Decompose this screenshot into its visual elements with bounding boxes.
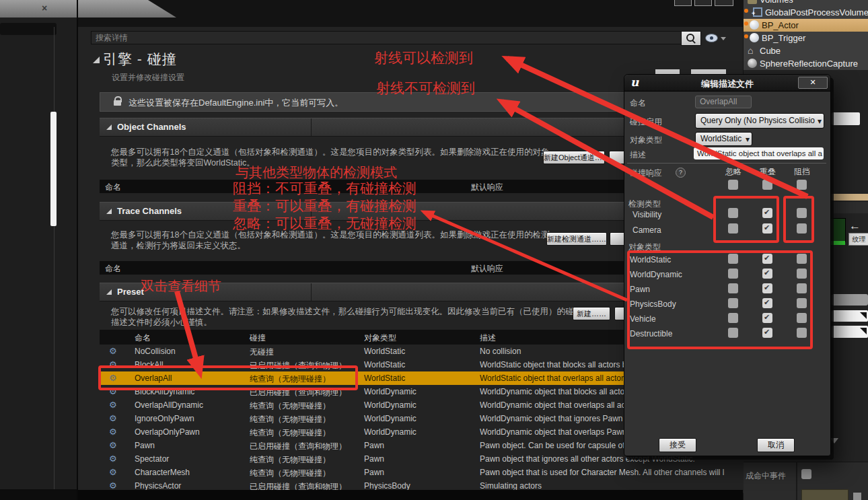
bp-icon (750, 20, 759, 30)
back-arrow-icon[interactable] (849, 219, 861, 233)
gear-icon (109, 373, 117, 383)
response-checkbox[interactable] (797, 269, 807, 279)
detail-field[interactable] (832, 310, 868, 322)
modified-dot-icon (744, 9, 748, 13)
material-preview[interactable] (830, 219, 845, 242)
section-collapse-icon[interactable] (106, 209, 112, 214)
cell: PhysicsActor (135, 481, 246, 491)
outliner-item[interactable]: Volumes (744, 0, 868, 6)
response-checkbox[interactable] (728, 313, 738, 323)
hit-event-checkbox[interactable] (801, 469, 811, 479)
tab-close-icon[interactable]: × (42, 3, 47, 13)
outliner-item-label: Volumes (760, 0, 793, 5)
response-checkbox[interactable] (797, 283, 807, 293)
detail-button[interactable] (832, 294, 868, 306)
eye-pupil (710, 36, 713, 40)
new-trace-channel-button[interactable]: 新建检测通道…… (546, 232, 607, 246)
response-checkbox[interactable] (728, 254, 738, 264)
object-row-label: Vehicle (630, 314, 656, 324)
search-icon[interactable] (681, 31, 701, 46)
response-checkbox[interactable] (728, 223, 738, 234)
small-button[interactable] (853, 493, 861, 500)
visibility-eye-icon[interactable] (705, 34, 718, 42)
outliner-item[interactable]: BP_Trigger (744, 32, 868, 44)
cell: WorldDynamic (364, 427, 477, 437)
column-splitter[interactable] (311, 118, 312, 136)
folder-icon (748, 0, 757, 4)
info-text: 这些设置被保存在DefaultEngine.ini中，它当前可写入。 (129, 97, 343, 109)
cell: WorldStatic (364, 373, 477, 383)
response-checkbox[interactable] (762, 298, 772, 308)
response-checkbox[interactable] (797, 254, 807, 264)
response-checkbox[interactable] (762, 254, 772, 264)
new-object-channel-button[interactable]: 新建Object通道…… (543, 151, 605, 164)
section-title: Trace Channels (117, 206, 182, 216)
thumbnail-box[interactable] (801, 489, 848, 500)
texture-chip[interactable]: 纹理 (848, 233, 868, 246)
response-checkbox[interactable] (762, 223, 772, 234)
outliner-item[interactable]: BP_Actor (744, 19, 868, 32)
response-checkbox[interactable] (762, 313, 772, 323)
cell: BlockAllDynamic (135, 387, 246, 396)
response-checkbox[interactable] (728, 283, 738, 293)
cell: Simulating actors (480, 481, 742, 491)
cell: Pawn (364, 454, 477, 464)
left-sidebar (0, 17, 77, 500)
response-checkbox[interactable] (728, 269, 738, 279)
detail-row (832, 202, 868, 213)
cell: 纯查询（无物理碰撞） (250, 400, 361, 412)
response-checkbox[interactable] (762, 328, 772, 338)
search-input[interactable]: 搜索详情 (91, 31, 685, 44)
response-checkbox[interactable] (728, 180, 738, 190)
scrollbar-track (54, 27, 55, 500)
detail-field[interactable] (832, 326, 868, 338)
close-window-button[interactable] (715, 0, 733, 6)
volume-icon (753, 7, 762, 17)
response-checkbox[interactable] (762, 180, 772, 190)
response-checkbox[interactable] (762, 283, 772, 293)
response-checkbox[interactable] (797, 180, 807, 190)
response-checkbox[interactable] (797, 313, 807, 323)
cell: OverlapAll (135, 373, 246, 383)
detail-input-field[interactable] (832, 112, 860, 125)
outliner-item-label: BP_Trigger (762, 33, 805, 43)
response-checkbox[interactable] (728, 328, 738, 338)
maximize-button[interactable] (694, 0, 712, 6)
new-preset-button[interactable]: 新建…… (573, 307, 610, 320)
section-collapse-icon[interactable] (106, 289, 112, 295)
outliner-item-label: BP_Actor (762, 20, 799, 30)
response-checkbox[interactable] (762, 208, 772, 218)
response-checkbox[interactable] (797, 328, 807, 338)
cell: 已启用碰撞（查询和物理） (250, 441, 361, 452)
expander-triangle-icon[interactable] (830, 438, 838, 443)
column-splitter[interactable] (311, 283, 312, 301)
partial-button[interactable] (610, 232, 625, 246)
response-checkbox[interactable] (762, 269, 772, 279)
accept-button[interactable]: 接受 (659, 438, 696, 452)
collapse-triangle-icon[interactable] (93, 57, 100, 63)
response-checkbox[interactable] (728, 208, 738, 218)
floating-window-tab[interactable] (0, 0, 176, 17)
response-checkbox[interactable] (797, 208, 807, 218)
cell: Pawn (364, 468, 477, 477)
cell: WorldDynamic (364, 414, 477, 423)
scrollbar-thumb[interactable] (50, 112, 57, 226)
gear-icon (109, 359, 117, 369)
preset-table-row[interactable]: CharacterMesh纯查询（无物理碰撞）PawnPawn object t… (100, 466, 744, 480)
outliner-item-label: GlobalPostProcessVolume (765, 7, 868, 17)
outliner-item[interactable]: SphereReflectionCapture (744, 57, 868, 70)
response-checkbox[interactable] (728, 298, 738, 308)
section-collapse-icon[interactable] (106, 124, 112, 130)
response-checkbox[interactable] (797, 223, 807, 234)
gear-icon (109, 386, 117, 396)
chevron-down-icon[interactable] (721, 37, 726, 40)
response-checkbox[interactable] (797, 298, 807, 308)
minimize-button[interactable] (674, 0, 692, 6)
gear-icon (109, 413, 117, 423)
outliner-item[interactable]: Cube (744, 44, 868, 57)
partial-button[interactable] (609, 151, 625, 164)
column-splitter[interactable] (311, 203, 312, 220)
cancel-button[interactable]: 取消 (757, 438, 795, 452)
outliner-item[interactable]: GlobalPostProcessVolume (744, 6, 868, 19)
trace-row-label: Visibility (632, 210, 661, 219)
